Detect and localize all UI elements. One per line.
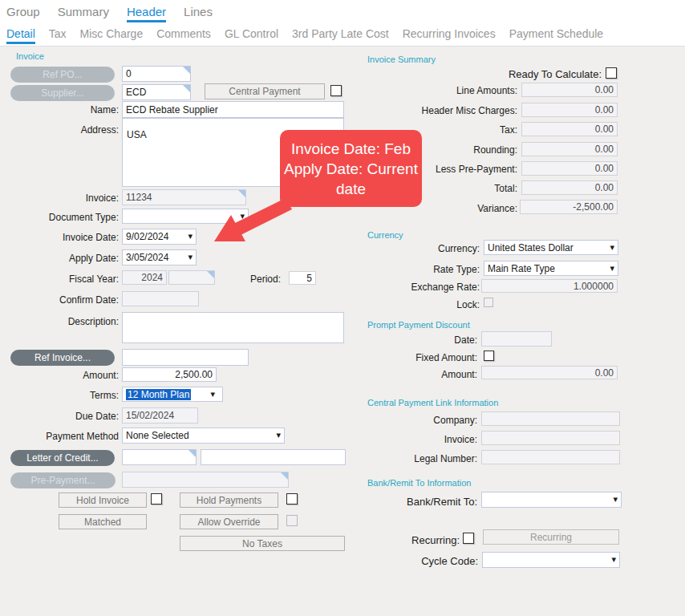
letter-of-credit-button[interactable]: Letter of Credit... (10, 450, 115, 466)
ref-po-field[interactable]: 0 (122, 66, 191, 82)
hold-invoice-button[interactable]: Hold Invoice (59, 492, 147, 508)
central-payment-button[interactable]: Central Payment (205, 83, 325, 99)
apply-date-dropdown[interactable]: 3/05/2024 (122, 249, 197, 265)
terms-dropdown[interactable]: 12 Month Plan (122, 387, 223, 402)
hold-payments-button[interactable]: Hold Payments (180, 492, 278, 508)
tab-lines[interactable]: Lines (184, 5, 213, 22)
corner-flag-icon (183, 67, 190, 74)
tab-misc-charge[interactable]: Misc Charge (80, 27, 144, 44)
letter-of-credit-field-2[interactable] (201, 449, 346, 465)
currency-dropdown[interactable]: United States Dollar (484, 240, 618, 255)
document-type-dropdown[interactable] (122, 209, 249, 224)
amount-field[interactable]: 2,500.00 (122, 367, 217, 382)
callout-line: date (280, 179, 422, 199)
bank-remit-dropdown[interactable] (481, 492, 622, 508)
exchange-rate-label: Exchange Rate: (337, 282, 480, 293)
bank-remit-label: Bank/Remit To: (337, 496, 477, 508)
company-field (481, 411, 620, 426)
due-date-field: 15/02/2024 (122, 407, 198, 424)
ready-to-calculate-checkbox[interactable] (606, 67, 617, 79)
lock-checkbox (484, 298, 493, 307)
variance-field: -2,500.00 (520, 200, 618, 214)
pre-payment-button: Pre-Payment... (10, 472, 116, 488)
less-pre-payment-field: 0.00 (521, 161, 618, 176)
invoice-date-dropdown[interactable]: 9/02/2024 (122, 229, 197, 245)
variance-value: -2,500.00 (524, 201, 614, 213)
apply-date-label: Apply Date: (6, 253, 119, 264)
cycle-code-label: Cycle Code: (337, 555, 478, 567)
fiscal-year-label: Fiscal Year: (6, 274, 119, 285)
header-misc-charges-value: 0.00 (525, 104, 614, 116)
letter-of-credit-field-1[interactable] (122, 449, 197, 465)
name-label: Name: (6, 104, 119, 116)
callout-line: Apply Date: Current (280, 159, 422, 179)
invoice-group-caption: Invoice (16, 51, 44, 61)
invoice-number-value: 11234 (126, 192, 242, 203)
hold-payments-checkbox[interactable] (286, 493, 298, 505)
description-field[interactable] (122, 312, 344, 343)
corner-flag-icon (207, 271, 214, 278)
allow-override-button[interactable]: Allow Override (180, 514, 278, 529)
ref-invoice-button[interactable]: Ref Invoice... (10, 350, 115, 366)
tab-group[interactable]: Group (6, 5, 40, 22)
tab-3rd-party-late-cost[interactable]: 3rd Party Late Cost (292, 27, 389, 44)
invoice-number-label: Invoice: (6, 192, 119, 204)
tab-comments[interactable]: Comments (156, 27, 211, 44)
lock-label: Lock: (337, 299, 480, 310)
invoice-number-field: 11234 (122, 189, 246, 205)
tab-gl-control[interactable]: GL Control (225, 27, 278, 44)
rounding-value: 0.00 (525, 144, 614, 155)
rate-type-dropdown[interactable]: Main Rate Type (484, 261, 618, 276)
tab-detail[interactable]: Detail (6, 27, 35, 44)
invoice-date-value: 9/02/2024 (126, 231, 183, 242)
payment-method-dropdown[interactable]: None Selected (122, 428, 285, 444)
hold-invoice-checkbox[interactable] (151, 493, 162, 505)
tax-field: 0.00 (521, 122, 618, 136)
tab-header-area: Group Summary Header Lines Detail Tax Mi… (0, 0, 685, 47)
pre-payment-field (122, 472, 289, 488)
invoice-date-label: Invoice Date: (6, 232, 119, 243)
document-type-label: Document Type: (6, 212, 119, 223)
tab-header[interactable]: Header (127, 5, 166, 22)
amount-label: Amount: (6, 370, 119, 381)
line-amounts-field: 0.00 (521, 83, 618, 97)
link-invoice-label: Invoice: (337, 434, 477, 445)
central-payment-link-caption: Central Payment Link Information (367, 398, 498, 407)
supplier-button: Supplier... (10, 85, 115, 101)
line-amounts-label: Line Amounts: (353, 85, 517, 96)
amount-value: 2,500.00 (126, 369, 213, 380)
tab-tax[interactable]: Tax (49, 27, 67, 44)
address-label: Address: (6, 124, 119, 136)
recurring-checkbox[interactable] (463, 533, 474, 544)
terms-label: Terms: (6, 390, 119, 401)
period-label: Period: (233, 274, 281, 285)
fiscal-year-field: 2024 (122, 270, 167, 285)
ref-po-button: Ref PO... (10, 67, 115, 83)
discount-date-label: Date: (337, 334, 477, 346)
matched-button[interactable]: Matched (59, 514, 147, 529)
link-invoice-field (481, 431, 620, 445)
supplier-field[interactable]: ECD (122, 84, 191, 100)
tab-payment-schedule[interactable]: Payment Schedule (509, 27, 604, 44)
name-field[interactable]: ECD Rebate Supplier (122, 101, 344, 118)
central-payment-checkbox[interactable] (330, 85, 342, 96)
currency-label: Currency: (337, 243, 480, 254)
tab-recurring-invoices[interactable]: Recurring Invoices (403, 27, 496, 44)
ref-invoice-field[interactable] (122, 349, 249, 366)
corner-flag-icon (188, 450, 196, 457)
apply-date-value: 3/05/2024 (126, 252, 183, 263)
discount-amount-value: 0.00 (485, 367, 614, 379)
cycle-code-dropdown[interactable] (482, 552, 620, 568)
bank-remit-caption: Bank/Remit To Information (367, 478, 471, 488)
payment-method-value: None Selected (126, 430, 271, 441)
corner-flag-icon (281, 472, 288, 480)
header-misc-charges-label: Header Misc Charges: (353, 105, 517, 116)
corner-flag-icon (238, 190, 245, 197)
period-value: 5 (293, 273, 312, 284)
invoice-summary-caption: Invoice Summary (367, 55, 436, 64)
fixed-amount-checkbox[interactable] (484, 351, 494, 361)
no-taxes-button[interactable]: No Taxes (180, 536, 345, 551)
sub-tab-bar: Detail Tax Misc Charge Comments GL Contr… (6, 27, 603, 44)
rate-type-label: Rate Type: (337, 264, 480, 275)
tab-summary[interactable]: Summary (58, 5, 109, 22)
